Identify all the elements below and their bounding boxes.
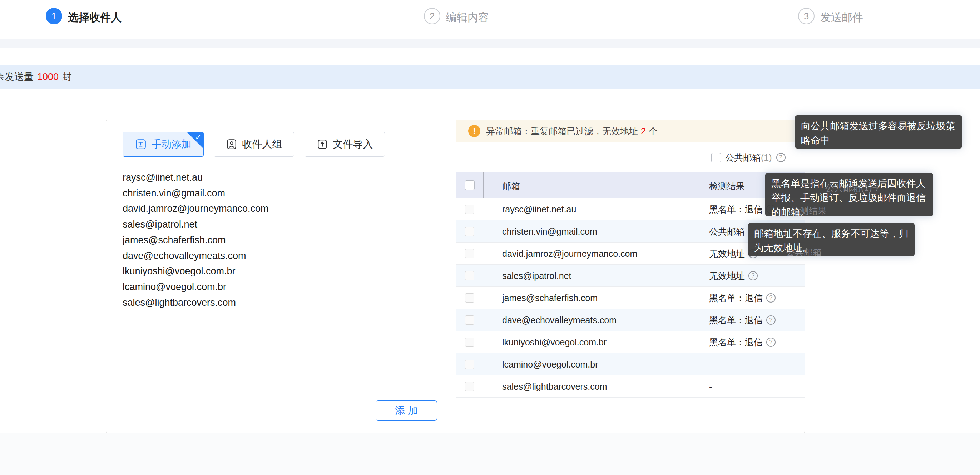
select-all-checkbox[interactable] (465, 180, 475, 190)
header-col-separator (689, 172, 689, 198)
result-help-icon[interactable]: ? (766, 337, 776, 347)
table-row: lkuniyoshi@voegol.com.br 黑名单：退信? (456, 331, 805, 353)
step-connector-2 (509, 16, 791, 16)
public-mailbox-text: 公共邮箱 (725, 153, 761, 162)
tooltip-invalid-address: 公共邮箱 邮箱地址不存在、服务不可达等，归为无效地址。 (748, 223, 915, 256)
step-1-label: 选择收件人 (68, 10, 121, 25)
recipient-input-area[interactable]: raysc@iinet.net.au christen.vin@gmail.co… (123, 170, 437, 310)
step-3-number: 3 (804, 11, 809, 21)
row-email: sales@lightbarcovers.com (502, 375, 607, 397)
selected-check-icon: ✓ (195, 133, 202, 142)
row-checkbox[interactable] (465, 249, 474, 258)
public-mailbox-filter: 公共邮箱(1) ? (711, 151, 786, 164)
row-checkbox[interactable] (465, 205, 474, 214)
recipient-input-line: raysc@iinet.net.au (123, 170, 437, 186)
row-result: - (709, 353, 712, 375)
recipient-input-line: dave@echovalleymeats.com (123, 248, 437, 264)
step-2-label: 编辑内容 (446, 10, 489, 25)
warning-text: 异常邮箱：重复邮箱已过滤，无效地址2个 (486, 126, 658, 137)
quota-label: 余发送量 (0, 71, 33, 82)
table-row: dave@echovalleymeats.com 黑名单：退信? (456, 309, 805, 331)
warning-unit: 个 (649, 126, 658, 136)
result-help-icon[interactable]: ? (748, 271, 758, 280)
row-checkbox[interactable] (465, 293, 474, 302)
step-2-number: 2 (430, 11, 434, 21)
divider-strip (0, 38, 980, 48)
row-email: lkuniyoshi@voegol.com.br (502, 331, 606, 353)
step-3-label: 发送邮件 (820, 10, 863, 25)
email-column-header: 邮箱 (502, 180, 520, 192)
abnormal-warning-bar: ! 异常邮箱：重复邮箱已过滤，无效地址2个 (456, 120, 800, 142)
row-result-text: 黑名单：退信 (709, 287, 763, 309)
tooltip-invalid-address-text: 邮箱地址不存在、服务不可达等，归为无效地址。 (754, 226, 908, 255)
row-result-text: 黑名单：退信 (709, 198, 763, 220)
stepper: 1 选择收件人 2 编辑内容 3 发送邮件 (0, 0, 980, 38)
table-row: sales@lightbarcovers.com - (456, 375, 805, 397)
recipient-input-line: christen.vin@gmail.com (123, 186, 437, 202)
table-row: sales@ipatrol.net 无效地址? (456, 265, 805, 287)
quota-banner-text: 余发送量1000封 (0, 65, 72, 89)
row-checkbox[interactable] (465, 382, 474, 391)
result-column-header: 检测结果 (709, 180, 745, 192)
tooltip-blacklist: 公共邮箱(1) ? 检测结果 黑名单是指在云邮通发送后因收件人举报、手动退订、反… (765, 173, 933, 216)
row-result: 公共邮箱 (709, 220, 745, 243)
public-mailbox-label: 公共邮箱(1) (725, 152, 772, 164)
step-connector-3 (878, 16, 980, 16)
step-connector-1 (144, 16, 420, 16)
tab-manual-add[interactable]: 手动添加 ✓ (123, 132, 204, 157)
tooltip-public-mailbox: 向公共邮箱发送过多容易被反垃圾策略命中 (795, 115, 962, 149)
step-3-circle: 3 (798, 8, 815, 24)
warning-icon: ! (468, 125, 480, 137)
row-email: david.jamroz@journeymanco.com (502, 243, 637, 265)
public-mailbox-checkbox[interactable] (711, 153, 721, 162)
quota-banner: 余发送量1000封 (0, 65, 980, 89)
row-email: lcamino@voegol.com.br (502, 353, 598, 375)
quota-unit: 封 (62, 71, 72, 82)
row-result: 无效地址? (709, 265, 758, 287)
table-row: james@schaferfish.com 黑名单：退信? (456, 287, 805, 309)
recipient-input-line: james@schaferfish.com (123, 232, 437, 248)
tab-file-import-label: 文件导入 (333, 138, 373, 151)
manual-add-icon (135, 138, 146, 150)
row-result: 黑名单：退信? (709, 309, 776, 331)
warning-count: 2 (641, 126, 646, 136)
recipient-input-line: lcamino@voegol.com.br (123, 279, 437, 295)
page-footer-area (0, 433, 980, 475)
add-button[interactable]: 添 加 (375, 400, 437, 421)
result-help-icon[interactable]: ? (766, 315, 776, 325)
tab-recipient-group[interactable]: 收件人组 (214, 132, 294, 157)
step-1-number: 1 (51, 11, 56, 21)
pane-divider (451, 120, 452, 433)
row-checkbox[interactable] (465, 271, 474, 280)
row-email: james@schaferfish.com (502, 287, 598, 309)
quota-count: 1000 (37, 71, 59, 82)
row-result-text: 无效地址 (709, 265, 745, 287)
row-result: - (709, 375, 712, 397)
row-result-text: - (709, 375, 712, 397)
public-mailbox-help-icon[interactable]: ? (776, 153, 786, 162)
tooltip-blacklist-text: 黑名单是指在云邮通发送后因收件人举报、手动退订、反垃圾邮件而退信的邮箱。 (771, 176, 927, 216)
recipient-input-line: david.jamroz@journeymanco.com (123, 201, 437, 217)
row-result: 黑名单：退信? (709, 331, 776, 353)
row-checkbox[interactable] (465, 315, 474, 325)
row-checkbox[interactable] (465, 337, 474, 347)
header-col-separator (483, 172, 484, 198)
mass-mail-recipient-page: 1 选择收件人 2 编辑内容 3 发送邮件 余发送量1000封 手动添加 ✓ (0, 0, 980, 475)
recipient-input-line: sales@ipatrol.net (123, 217, 437, 232)
row-email: christen.vin@gmail.com (502, 220, 597, 243)
recipient-input-line: sales@lightbarcovers.com (123, 295, 437, 311)
tab-file-import[interactable]: 文件导入 (304, 132, 385, 157)
row-checkbox[interactable] (465, 227, 474, 236)
tab-manual-add-label: 手动添加 (151, 138, 192, 151)
row-result-text: 无效地址 (709, 243, 745, 265)
row-checkbox[interactable] (465, 360, 474, 369)
row-email: sales@ipatrol.net (502, 265, 571, 287)
row-email: dave@echovalleymeats.com (502, 309, 617, 331)
result-help-icon[interactable]: ? (766, 293, 776, 302)
row-result: 黑名单：退信? (709, 287, 776, 309)
row-result-text: 黑名单：退信 (709, 309, 763, 331)
table-row: lcamino@voegol.com.br - (456, 353, 805, 375)
file-import-icon (317, 138, 328, 150)
row-result-text: 公共邮箱 (709, 220, 745, 243)
tab-recipient-group-label: 收件人组 (242, 138, 282, 151)
